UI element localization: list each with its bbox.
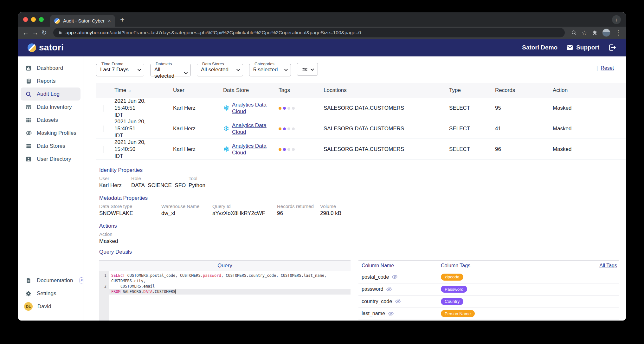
actions-section: Actions ActionMasked [99,223,626,244]
document-icon [25,277,32,284]
row-location: SALESORG.DATA.CUSTOMERS [319,126,444,132]
satori-logo-text: satori [39,42,64,53]
expand-row-icon[interactable] [104,126,104,132]
section-title: Actions [99,223,626,229]
audit-table-row[interactable]: 2021 Jun 20, 15:40:51IDT Karl Herz ❄Anal… [96,98,626,118]
row-records: 96 [490,146,548,153]
browser-toolbar: ← → ↻ app.satoricyber.com/audit?timeFram… [18,27,626,39]
data-stores-dropdown[interactable]: Data Stores All selected [197,62,243,76]
column-header-user: User [168,87,218,94]
row-location: SALESORG.DATA.CUSTOMERS [319,105,444,111]
row-records: 95 [490,105,548,111]
minimize-window-button[interactable] [31,17,36,22]
close-window-button[interactable] [23,17,28,22]
collapse-row-icon[interactable] [104,146,104,153]
chevron-down-icon [236,68,240,71]
audit-table-row-expanded[interactable]: 2021 Jun 20, 15:40:50IDT Karl Herz ❄Anal… [96,139,626,159]
reload-icon[interactable]: ↻ [42,29,47,36]
metadata-properties-section: Metadata Properties Data Store typeSNOWF… [99,195,626,217]
browser-menu-icon[interactable]: ⋮ [615,29,621,36]
time-frame-dropdown[interactable]: Time Frame Last 7 Days [96,62,144,76]
eye-off-icon[interactable] [388,311,394,317]
browser-window: Audit - Satori Cyber × + ↓ ← → ↻ app.sat… [18,12,626,321]
maximize-window-button[interactable] [39,17,44,22]
sidebar-item-reports[interactable]: Reports [21,75,80,88]
bookmark-star-icon[interactable]: ☆ [582,30,587,36]
eye-off-icon[interactable] [386,286,392,292]
chevron-down-icon [184,71,188,74]
eye-off-icon[interactable] [395,298,401,304]
section-title: Metadata Properties [99,195,626,201]
tag-dots [279,148,319,151]
sidebar-item-user-directory[interactable]: User Directory [21,153,80,166]
row-type: SELECT [444,126,490,132]
reset-link[interactable]: Reset [601,65,614,71]
table-options-button[interactable] [297,63,318,76]
query-panel-header: Query [99,260,351,271]
data-store-link[interactable]: Analytics Data Cloud [232,101,274,115]
main-content: Time Frame Last 7 Days Datasets All sele… [83,56,626,321]
datasets-dropdown[interactable]: Datasets All selected [150,62,191,76]
code-gutter: 1 2 [99,271,109,321]
external-link-icon: ↗ [80,277,83,283]
tab-title: Audit - Satori Cyber [63,18,105,23]
browser-avatar[interactable] [602,29,610,37]
account-name[interactable]: Satori Demo [522,44,557,51]
chevron-down-icon [138,68,141,71]
expand-row-icon[interactable] [104,105,104,112]
extensions-icon[interactable] [592,30,597,36]
table-rows-icon [25,104,32,111]
data-store-link[interactable]: Analytics Data Cloud [232,143,274,156]
column-header-data-store: Data Store [218,87,274,94]
categories-dropdown[interactable]: Categories 5 selected [249,62,291,76]
sidebar-item-datasets[interactable]: Datasets [21,114,80,127]
row-action: Masked [548,126,626,132]
sidebar-item-data-stores[interactable]: Data Stores [21,140,80,153]
user-avatar: DL [24,302,33,311]
tab-close-icon[interactable]: × [108,18,111,23]
dashboard-icon [25,65,32,72]
audit-table-header: Time↓↑ User Data Store Tags Locations Ty… [96,83,626,98]
row-user: Karl Herz [168,105,218,111]
tag-dots [279,127,319,130]
tag-pill: Country [441,298,463,305]
url-text: app.satoricyber.com/audit?timeFrame=last… [66,30,361,36]
row-user: Karl Herz [168,146,218,153]
zoom-icon[interactable] [571,30,577,36]
browser-profile-icon[interactable]: ↓ [612,15,621,24]
sidebar-item-documentation[interactable]: Documentation ↗ [21,274,80,287]
new-tab-button[interactable]: + [120,16,125,23]
eye-off-icon [25,130,32,137]
sidebar-item-audit-log[interactable]: Audit Log [21,88,80,101]
row-action: Masked [548,146,626,153]
column-header-time[interactable]: Time↓↑ [109,87,168,94]
person-card-icon [25,156,32,163]
url-bar[interactable]: app.satoricyber.com/audit?timeFrame=last… [53,28,565,37]
satori-favicon [54,18,60,24]
eye-off-icon[interactable] [392,274,398,280]
identity-properties-section: Identity Properties UserKarl Herz RoleDA… [99,167,626,189]
support-button[interactable]: Support [566,44,599,51]
sidebar-item-masking-profiles[interactable]: Masking Profiles [21,127,80,140]
sidebar-item-settings[interactable]: Settings [21,287,80,300]
logout-icon[interactable] [608,43,616,52]
magnifier-icon [25,91,32,98]
data-store-link[interactable]: Analytics Data Cloud [232,122,274,136]
browser-tab[interactable]: Audit - Satori Cyber × [50,15,115,27]
audit-table-row[interactable]: 2021 Jun 20, 15:40:51IDT Karl Herz ❄Anal… [96,118,626,139]
sidebar-item-data-inventory[interactable]: Data Inventory [21,101,80,114]
back-icon[interactable]: ← [23,29,29,36]
tag-dots [279,107,319,110]
snowflake-icon: ❄ [223,125,229,133]
column-header-records: Records [490,87,548,94]
sidebar-item-profile[interactable]: DL David [21,300,80,313]
forward-icon[interactable]: → [32,29,38,36]
filter-bar: Time Frame Last 7 Days Datasets All sele… [96,62,626,76]
all-tags-link[interactable]: All Tags [599,263,617,269]
column-name-header: Column Name [362,263,441,269]
reset-filters: | Reset [596,65,614,71]
query-details-title: Query Details [99,249,626,255]
sidebar-item-dashboard[interactable]: Dashboard [21,62,80,75]
sidebar: Dashboard Reports Audit Log Data Invento… [18,56,83,321]
text-cursor [175,289,176,294]
